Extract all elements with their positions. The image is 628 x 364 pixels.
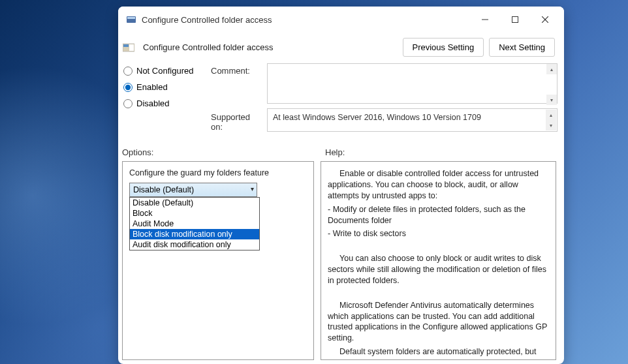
maximize-icon (512, 16, 518, 23)
options-panel: Configure the guard my folders feature D… (122, 161, 314, 360)
supported-on-value: At least Windows Server 2016, Windows 10… (273, 113, 481, 122)
scroll-down-icon[interactable]: ▾ (546, 120, 556, 130)
radio-not-configured-input[interactable] (123, 67, 133, 76)
help-paragraph: Enable or disable controlled folder acce… (328, 168, 549, 202)
next-setting-button[interactable]: Next Setting (489, 38, 555, 57)
toolbar: Configure Controlled folder access Previ… (118, 33, 564, 63)
combo-item-audit-disk-mod[interactable]: Audit disk modification only (130, 239, 259, 250)
app-icon (126, 14, 136, 25)
guard-feature-combo[interactable]: Disable (Default) Disable (Default) Bloc… (129, 183, 257, 197)
svg-rect-8 (129, 44, 134, 51)
supported-on-label: Supported on: (211, 108, 263, 132)
scroll-up-icon[interactable]: ▴ (546, 64, 557, 74)
radio-enabled-input[interactable] (123, 83, 133, 92)
help-bullet: - Write to disk sectors (328, 228, 549, 239)
state-radios: Not Configured Enabled Disabled (122, 63, 207, 134)
policy-header-label: Configure Controlled folder access (143, 42, 398, 52)
minimize-icon (482, 16, 488, 23)
guard-feature-label: Configure the guard my folders feature (129, 168, 307, 177)
svg-rect-7 (123, 44, 129, 47)
radio-disabled-input[interactable] (123, 99, 133, 108)
close-button[interactable] (530, 9, 560, 30)
radio-disabled-label: Disabled (136, 99, 170, 108)
policy-icon (122, 42, 135, 53)
window-title: Configure Controlled folder access (142, 15, 470, 25)
radio-disabled[interactable]: Disabled (123, 99, 207, 108)
scroll-down-icon[interactable]: ▾ (546, 95, 557, 105)
supported-on-box: At least Windows Server 2016, Windows 10… (267, 108, 557, 132)
svg-rect-3 (512, 17, 518, 23)
combo-item-block-disk-mod[interactable]: Block disk modification only (130, 229, 259, 239)
options-section-label: Options: (122, 147, 320, 157)
comment-scroll[interactable]: ▴ ▾ (546, 64, 557, 105)
radio-enabled[interactable]: Enabled (123, 82, 207, 92)
config-area: Not Configured Enabled Disabled Comment:… (118, 63, 564, 138)
comment-label: Comment: (211, 63, 263, 106)
close-icon (542, 16, 548, 23)
help-paragraph: Default system folders are automatically… (328, 346, 549, 360)
supported-scroll[interactable]: ▴ ▾ (546, 110, 556, 130)
combo-item-block[interactable]: Block (130, 208, 259, 219)
help-paragraph: Microsoft Defender Antivirus automatical… (328, 300, 549, 344)
help-section-label: Help: (320, 147, 345, 157)
radio-not-configured[interactable]: Not Configured (123, 66, 207, 76)
radio-not-configured-label: Not Configured (136, 66, 193, 76)
section-labels: Options: Help: (118, 138, 564, 161)
help-bullet: - Modify or delete files in protected fo… (328, 204, 549, 226)
comment-box: ▴ ▾ (267, 63, 557, 106)
help-paragraph: You can also choose to only block or aud… (328, 253, 549, 286)
previous-setting-button[interactable]: Previous Setting (403, 38, 484, 57)
window-controls (470, 9, 560, 30)
svg-rect-1 (127, 17, 135, 19)
scroll-up-icon[interactable]: ▴ (546, 110, 556, 120)
comment-textarea[interactable] (267, 63, 557, 104)
minimize-button[interactable] (470, 9, 500, 30)
combo-selected[interactable]: Disable (Default) (129, 183, 257, 197)
help-panel: Enable or disable controlled folder acce… (321, 161, 556, 360)
panels: Configure the guard my folders feature D… (118, 161, 564, 364)
titlebar: Configure Controlled folder access (118, 7, 564, 33)
combo-item-audit-mode[interactable]: Audit Mode (130, 219, 259, 229)
radio-enabled-label: Enabled (136, 82, 168, 92)
combo-dropdown-list: Disable (Default) Block Audit Mode Block… (129, 197, 260, 250)
maximize-button[interactable] (500, 9, 530, 30)
combo-item-disable-default[interactable]: Disable (Default) (130, 198, 259, 208)
policy-editor-window: Configure Controlled folder access Confi… (118, 7, 564, 364)
